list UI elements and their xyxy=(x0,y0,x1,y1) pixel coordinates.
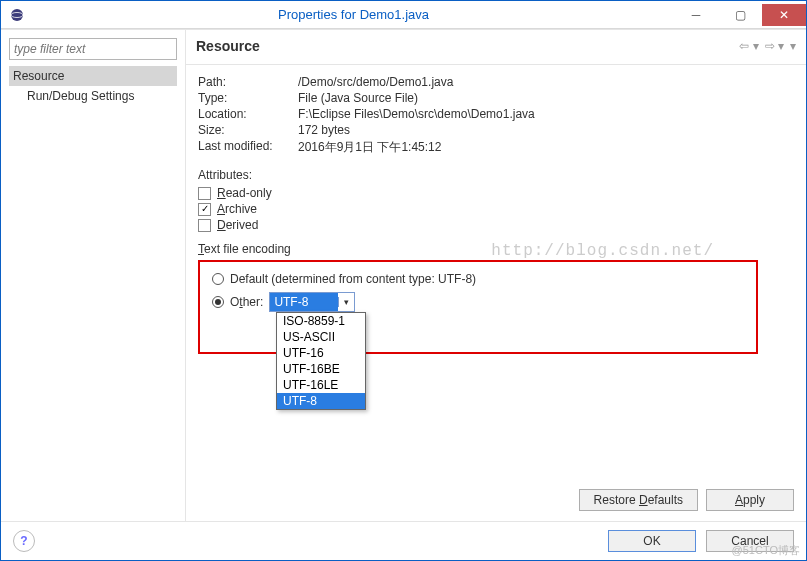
eclipse-icon xyxy=(9,7,25,23)
default-encoding-label: Default (determined from content type: U… xyxy=(230,272,476,286)
forward-icon[interactable]: ⇨ ▾ xyxy=(765,39,784,53)
sidebar: Resource Run/Debug Settings xyxy=(1,30,186,521)
size-value: 172 bytes xyxy=(298,123,350,137)
maximize-button[interactable]: ▢ xyxy=(718,4,762,26)
nav-icons: ⇦ ▾ ⇨ ▾ ▾ xyxy=(739,39,796,53)
nav-tree: Resource Run/Debug Settings xyxy=(9,66,177,106)
location-value: F:\Eclipse Files\Demo\src\demo\Demo1.jav… xyxy=(298,107,535,121)
restore-defaults-button[interactable]: Restore Defaults xyxy=(579,489,698,511)
location-label: Location: xyxy=(198,107,298,121)
encoding-option[interactable]: UTF-16BE xyxy=(277,361,365,377)
filter-input[interactable] xyxy=(9,38,177,60)
encoding-combo[interactable]: UTF-8 ▾ xyxy=(269,292,355,312)
watermark-url: http://blog.csdn.net/ xyxy=(491,242,714,260)
encoding-group-label: Text file encoding http://blog.csdn.net/ xyxy=(198,242,794,256)
path-label: Path: xyxy=(198,75,298,89)
readonly-label: ead-only xyxy=(226,186,272,200)
help-icon[interactable]: ? xyxy=(13,530,35,552)
archive-label: rchive xyxy=(225,202,257,216)
watermark-corner: @51CTO博客 xyxy=(732,543,800,558)
menu-icon[interactable]: ▾ xyxy=(790,39,796,53)
encoding-dropdown[interactable]: ISO-8859-1 US-ASCII UTF-16 UTF-16BE UTF-… xyxy=(276,312,366,410)
tree-item-run-debug[interactable]: Run/Debug Settings xyxy=(9,86,177,106)
encoding-option[interactable]: UTF-8 xyxy=(277,393,365,409)
properties-window: Properties for Demo1.java ─ ▢ ✕ Resource… xyxy=(0,0,807,561)
other-encoding-label: Other: xyxy=(230,295,263,309)
back-icon[interactable]: ⇦ ▾ xyxy=(739,39,758,53)
modified-value: 2016年9月1日 下午1:45:12 xyxy=(298,139,441,156)
apply-button[interactable]: Apply xyxy=(706,489,794,511)
encoding-option[interactable]: US-ASCII xyxy=(277,329,365,345)
other-encoding-radio[interactable] xyxy=(212,296,224,308)
encoding-option[interactable]: ISO-8859-1 xyxy=(277,313,365,329)
content-area: Path:/Demo/src/demo/Demo1.java Type:File… xyxy=(186,65,806,483)
chevron-down-icon[interactable]: ▾ xyxy=(338,297,354,307)
derived-label: erived xyxy=(226,218,259,232)
ok-button[interactable]: OK xyxy=(608,530,696,552)
main-panel: Resource ⇦ ▾ ⇨ ▾ ▾ Path:/Demo/src/demo/D… xyxy=(186,30,806,521)
svg-point-0 xyxy=(11,9,23,21)
encoding-combo-value: UTF-8 xyxy=(270,293,338,311)
window-buttons: ─ ▢ ✕ xyxy=(674,4,806,26)
archive-row[interactable]: Archive xyxy=(198,202,794,216)
type-value: File (Java Source File) xyxy=(298,91,418,105)
other-encoding-row[interactable]: Other: UTF-8 ▾ ISO-8859-1 US-ASCII UTF-1… xyxy=(212,292,744,312)
path-value: /Demo/src/demo/Demo1.java xyxy=(298,75,453,89)
size-label: Size: xyxy=(198,123,298,137)
tree-item-resource[interactable]: Resource xyxy=(9,66,177,86)
default-encoding-row[interactable]: Default (determined from content type: U… xyxy=(212,272,744,286)
titlebar: Properties for Demo1.java ─ ▢ ✕ xyxy=(1,1,806,29)
dialog-body: Resource Run/Debug Settings Resource ⇦ ▾… xyxy=(1,29,806,521)
default-encoding-radio[interactable] xyxy=(212,273,224,285)
archive-checkbox[interactable] xyxy=(198,203,211,216)
encoding-group-highlight: Default (determined from content type: U… xyxy=(198,260,758,354)
encoding-option[interactable]: UTF-16LE xyxy=(277,377,365,393)
close-button[interactable]: ✕ xyxy=(762,4,806,26)
window-title: Properties for Demo1.java xyxy=(33,7,674,22)
section-header: Resource ⇦ ▾ ⇨ ▾ ▾ xyxy=(186,30,806,65)
restore-apply-row: Restore Defaults Apply xyxy=(186,483,806,521)
footer: ? OK Cancel @51CTO博客 xyxy=(1,521,806,560)
modified-label: Last modified: xyxy=(198,139,298,156)
readonly-checkbox[interactable] xyxy=(198,187,211,200)
section-title: Resource xyxy=(196,38,260,54)
readonly-row[interactable]: Read-only xyxy=(198,186,794,200)
derived-checkbox[interactable] xyxy=(198,219,211,232)
attributes-title: Attributes: xyxy=(198,168,794,182)
derived-row[interactable]: Derived xyxy=(198,218,794,232)
encoding-option[interactable]: UTF-16 xyxy=(277,345,365,361)
minimize-button[interactable]: ─ xyxy=(674,4,718,26)
type-label: Type: xyxy=(198,91,298,105)
